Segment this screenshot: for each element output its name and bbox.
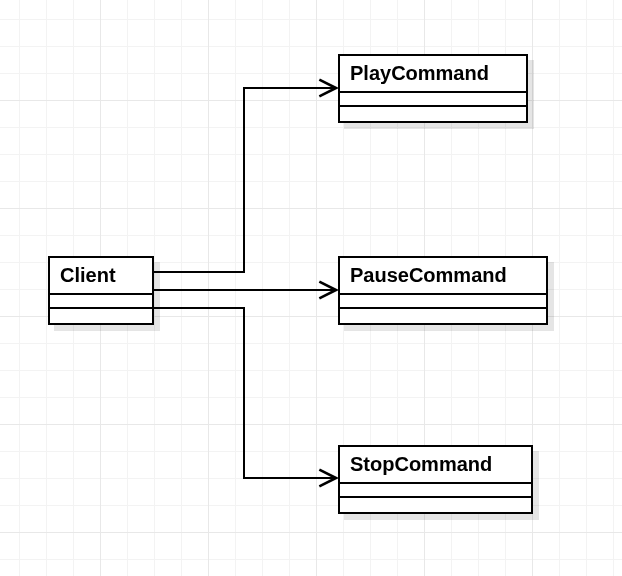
class-pause-command-attrs bbox=[340, 293, 546, 307]
class-client-ops bbox=[50, 307, 152, 323]
class-client-title: Client bbox=[50, 258, 152, 293]
class-play-command-ops bbox=[340, 105, 526, 121]
class-play-command-attrs bbox=[340, 91, 526, 105]
class-stop-command-ops bbox=[340, 496, 531, 512]
class-client[interactable]: Client bbox=[48, 256, 154, 325]
class-play-command-title: PlayCommand bbox=[340, 56, 526, 91]
class-client-attrs bbox=[50, 293, 152, 307]
class-pause-command[interactable]: PauseCommand bbox=[338, 256, 548, 325]
class-pause-command-title: PauseCommand bbox=[340, 258, 546, 293]
diagram-canvas: Client PlayCommand PauseCommand StopComm… bbox=[0, 0, 622, 576]
class-pause-command-ops bbox=[340, 307, 546, 323]
class-stop-command-attrs bbox=[340, 482, 531, 496]
edge-client-to-stop bbox=[154, 308, 336, 478]
class-stop-command-title: StopCommand bbox=[340, 447, 531, 482]
class-play-command[interactable]: PlayCommand bbox=[338, 54, 528, 123]
class-stop-command[interactable]: StopCommand bbox=[338, 445, 533, 514]
edge-client-to-play bbox=[154, 88, 336, 272]
